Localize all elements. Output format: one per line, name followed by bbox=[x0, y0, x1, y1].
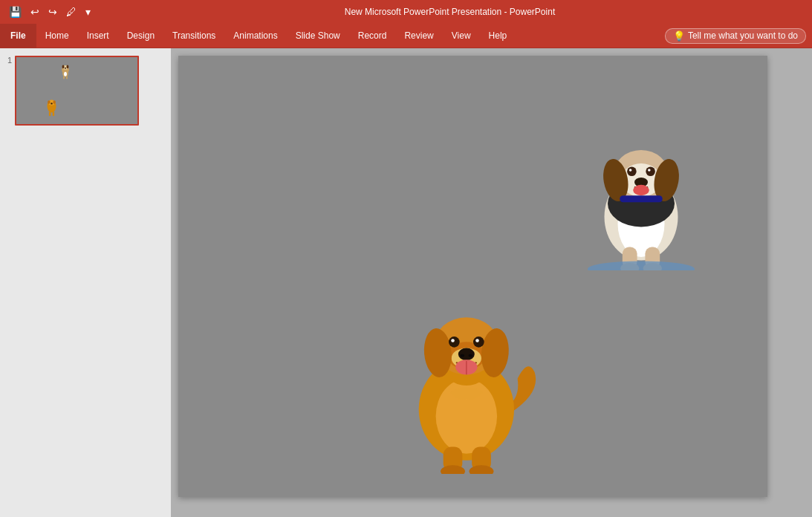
tab-record[interactable]: Record bbox=[349, 24, 396, 48]
svg-point-43 bbox=[449, 336, 460, 348]
slide-thumbnail-1[interactable] bbox=[15, 56, 139, 126]
tell-me-box[interactable]: 💡 Tell me what you want to do bbox=[665, 28, 806, 44]
svg-point-13 bbox=[51, 103, 52, 104]
svg-point-23 bbox=[627, 167, 637, 177]
svg-point-47 bbox=[458, 348, 474, 360]
lightbulb-icon: 💡 bbox=[673, 30, 685, 42]
svg-rect-29 bbox=[620, 195, 663, 202]
slide-panel: 1 bbox=[0, 48, 171, 517]
svg-point-26 bbox=[648, 169, 651, 172]
svg-point-34 bbox=[588, 261, 695, 270]
tab-animations[interactable]: Animations bbox=[224, 24, 286, 48]
beagle-image[interactable] bbox=[574, 130, 708, 271]
ribbon-right: 💡 Tell me what you want to do bbox=[665, 24, 812, 48]
canvas-area[interactable] bbox=[171, 48, 812, 517]
quick-access-toolbar: 💾 ↩ ↪ 🖊 ▾ bbox=[6, 4, 94, 19]
undo-button[interactable]: ↩ bbox=[27, 4, 42, 19]
customize-quick-access-button[interactable]: 🖊 bbox=[63, 4, 79, 19]
save-button[interactable]: 💾 bbox=[6, 4, 25, 19]
thumb-beagle-icon bbox=[57, 63, 74, 79]
title-bar: 💾 ↩ ↪ 🖊 ▾ New Microsoft PowerPoint Prese… bbox=[0, 0, 812, 24]
svg-point-28 bbox=[633, 185, 649, 195]
golden-retriever-image[interactable] bbox=[392, 304, 555, 475]
svg-rect-14 bbox=[49, 111, 51, 116]
svg-point-44 bbox=[473, 336, 484, 348]
slide-number-1: 1 bbox=[6, 56, 12, 65]
tab-transitions[interactable]: Transitions bbox=[163, 24, 224, 48]
tab-home[interactable]: Home bbox=[36, 24, 78, 48]
beagle-svg bbox=[574, 130, 708, 270]
file-tab[interactable]: File bbox=[0, 24, 36, 48]
window-title: New Microsoft PowerPoint Presentation - … bbox=[94, 7, 806, 17]
dropdown-button[interactable]: ▾ bbox=[82, 4, 94, 19]
svg-point-24 bbox=[646, 167, 655, 177]
tab-design[interactable]: Design bbox=[118, 24, 163, 48]
slide-item-1[interactable]: 1 bbox=[6, 56, 165, 126]
golden-svg bbox=[392, 304, 555, 474]
svg-rect-15 bbox=[53, 111, 54, 116]
svg-point-48 bbox=[460, 354, 464, 357]
svg-point-6 bbox=[64, 72, 67, 77]
thumb-golden-icon bbox=[42, 97, 61, 120]
svg-rect-8 bbox=[66, 77, 68, 79]
redo-button[interactable]: ↪ bbox=[45, 4, 60, 19]
svg-rect-7 bbox=[63, 77, 65, 79]
tab-insert[interactable]: Insert bbox=[78, 24, 118, 48]
svg-point-11 bbox=[48, 100, 51, 104]
tab-help[interactable]: Help bbox=[480, 24, 516, 48]
tell-me-label: Tell me what you want to do bbox=[688, 30, 798, 41]
ribbon: File Home Insert Design Transitions Anim… bbox=[0, 24, 812, 48]
main-area: 1 bbox=[0, 48, 812, 517]
svg-point-49 bbox=[468, 354, 472, 357]
svg-point-46 bbox=[475, 339, 479, 342]
svg-point-4 bbox=[65, 68, 66, 69]
svg-point-2 bbox=[62, 65, 65, 68]
svg-point-25 bbox=[629, 169, 632, 172]
tab-view[interactable]: View bbox=[443, 24, 480, 48]
tab-review[interactable]: Review bbox=[395, 24, 442, 48]
slide-canvas[interactable] bbox=[178, 56, 767, 497]
tab-slideshow[interactable]: Slide Show bbox=[287, 24, 349, 48]
svg-point-12 bbox=[53, 100, 56, 104]
svg-point-45 bbox=[451, 339, 455, 342]
svg-point-3 bbox=[67, 65, 69, 68]
